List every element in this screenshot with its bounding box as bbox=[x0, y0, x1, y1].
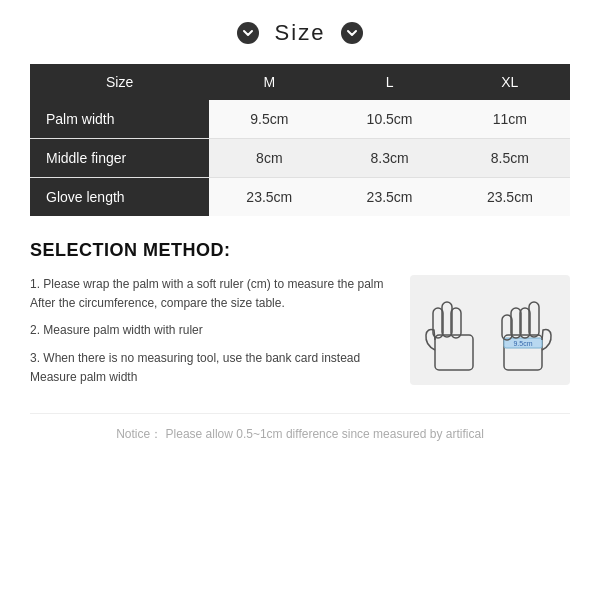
selection-step-2: 2. Measure palm width with ruler bbox=[30, 321, 394, 340]
row-label: Glove length bbox=[30, 178, 209, 217]
selection-steps: 1. Please wrap the palm with a soft rule… bbox=[30, 275, 394, 395]
table-row: Glove length 23.5cm 23.5cm 23.5cm bbox=[30, 178, 570, 217]
row-xl: 23.5cm bbox=[450, 178, 570, 217]
header: Size bbox=[30, 20, 570, 46]
row-label: Palm width bbox=[30, 100, 209, 139]
col-m: M bbox=[209, 64, 329, 100]
col-xl: XL bbox=[450, 64, 570, 100]
page: Size Size M L XL Palm width 9.5cm 10.5cm… bbox=[0, 0, 600, 600]
selection-step-3: 3. When there is no measuring tool, use … bbox=[30, 349, 394, 387]
size-table: Size M L XL Palm width 9.5cm 10.5cm 11cm… bbox=[30, 64, 570, 216]
svg-rect-0 bbox=[435, 335, 473, 370]
page-title: Size bbox=[275, 20, 326, 46]
glove-illustration: 9.5cm bbox=[410, 275, 570, 385]
selection-content: 1. Please wrap the palm with a soft rule… bbox=[30, 275, 570, 395]
notice-text: Notice： Please allow 0.5~1cm difference … bbox=[116, 427, 484, 441]
selection-step-1: 1. Please wrap the palm with a soft rule… bbox=[30, 275, 394, 313]
chevron-left-icon[interactable] bbox=[237, 22, 259, 44]
table-row: Middle finger 8cm 8.3cm 8.5cm bbox=[30, 139, 570, 178]
selection-section: SELECTION METHOD: 1. Please wrap the pal… bbox=[30, 240, 570, 395]
svg-text:9.5cm: 9.5cm bbox=[513, 340, 532, 347]
table-header-row: Size M L XL bbox=[30, 64, 570, 100]
row-l: 23.5cm bbox=[329, 178, 449, 217]
chevron-right-icon[interactable] bbox=[341, 22, 363, 44]
row-m: 9.5cm bbox=[209, 100, 329, 139]
row-m: 8cm bbox=[209, 139, 329, 178]
row-label: Middle finger bbox=[30, 139, 209, 178]
table-row: Palm width 9.5cm 10.5cm 11cm bbox=[30, 100, 570, 139]
row-l: 10.5cm bbox=[329, 100, 449, 139]
notice: Notice： Please allow 0.5~1cm difference … bbox=[30, 413, 570, 443]
col-size: Size bbox=[30, 64, 209, 100]
row-xl: 8.5cm bbox=[450, 139, 570, 178]
col-l: L bbox=[329, 64, 449, 100]
row-xl: 11cm bbox=[450, 100, 570, 139]
row-l: 8.3cm bbox=[329, 139, 449, 178]
row-m: 23.5cm bbox=[209, 178, 329, 217]
selection-title: SELECTION METHOD: bbox=[30, 240, 570, 261]
